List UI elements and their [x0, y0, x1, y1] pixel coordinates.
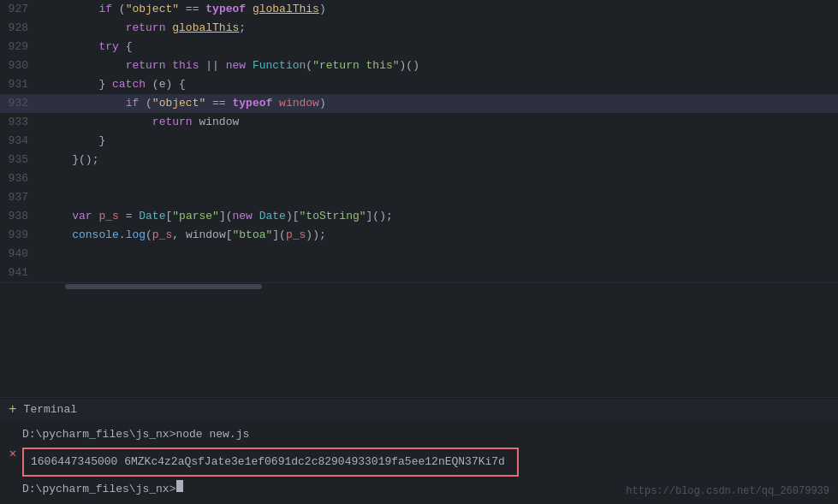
- editor-scrollbar[interactable]: [0, 282, 838, 289]
- code-token: }: [45, 134, 105, 147]
- code-token: ==: [205, 97, 232, 110]
- code-editor: 927 if ("object" == typeof globalThis)92…: [0, 0, 838, 397]
- table-row: 935 }();: [0, 151, 838, 169]
- code-token: globalThis: [172, 21, 239, 34]
- code-token: p_s: [286, 228, 306, 241]
- code-token: new: [233, 210, 253, 222]
- terminal-command-line: D:\pycharm_files\js_nx>node new.js: [22, 425, 829, 444]
- code-token: [45, 210, 72, 222]
- code-token: ==: [179, 3, 205, 15]
- code-token: ](: [272, 228, 286, 241]
- line-number: 935: [0, 151, 39, 169]
- code-token: ,: [172, 228, 186, 241]
- table-row: 930 return this || new Function("return …: [0, 56, 838, 75]
- code-token: globalThis: [253, 3, 319, 15]
- table-row: 940: [0, 245, 838, 264]
- code-token: {: [119, 40, 133, 53]
- line-number: 941: [0, 264, 39, 282]
- code-token: var: [72, 210, 92, 222]
- line-content: [39, 245, 838, 264]
- code-token: "toString": [300, 210, 366, 222]
- line-content: return globalThis;: [39, 19, 838, 38]
- code-token: Date: [259, 210, 286, 222]
- line-content: }: [39, 132, 838, 151]
- line-number: 939: [0, 226, 39, 245]
- code-token: ): [319, 97, 326, 110]
- code-token: ));: [306, 228, 325, 241]
- code-token: }: [45, 78, 112, 91]
- line-number: 940: [0, 245, 39, 264]
- code-token: window: [279, 97, 319, 110]
- code-token: ): [319, 3, 326, 15]
- code-token: ]();: [366, 210, 393, 222]
- code-token: ;: [239, 21, 246, 34]
- code-token: "return this": [312, 59, 399, 72]
- code-token: (e) {: [146, 78, 186, 91]
- scrollbar-thumb[interactable]: [65, 284, 262, 289]
- line-content: var p_s = Date["parse"](new Date)["toStr…: [39, 207, 838, 226]
- code-token: [45, 3, 98, 15]
- table-row: 932 if ("object" == typeof window): [0, 94, 838, 113]
- code-token: return: [126, 21, 166, 34]
- code-token: ();: [79, 153, 98, 166]
- code-token: (: [306, 59, 312, 72]
- line-number: 938: [0, 207, 39, 226]
- table-row: 938 var p_s = Date["parse"](new Date)["t…: [0, 207, 838, 226]
- terminal-section: + Terminal ⠀ ✕ D:\pycharm_files\js_nx>no…: [0, 397, 838, 504]
- line-content: console.log(p_s, window["btoa"](p_s));: [39, 226, 838, 245]
- code-token: return: [126, 59, 166, 72]
- code-token: [45, 21, 126, 34]
- terminal-header: + Terminal: [0, 398, 838, 420]
- code-token: if: [126, 97, 140, 110]
- line-content: [39, 188, 838, 207]
- table-row: 939 console.log(p_s, window["btoa"](p_s)…: [0, 226, 838, 245]
- terminal-command: D:\pycharm_files\js_nx>node new.js: [22, 425, 249, 444]
- line-content: return window: [39, 113, 838, 132]
- code-token: window: [199, 116, 239, 128]
- code-lines: 927 if ("object" == typeof globalThis)92…: [0, 0, 838, 282]
- terminal-add-icon[interactable]: +: [9, 402, 17, 418]
- line-content: [39, 264, 838, 282]
- table-row: 929 try {: [0, 38, 838, 56]
- code-token: [45, 116, 152, 128]
- code-token: log: [126, 228, 146, 241]
- code-token: [246, 3, 253, 15]
- table-row: 933 return window: [0, 113, 838, 132]
- code-token: }: [72, 153, 79, 166]
- code-token: typeof: [232, 97, 272, 110]
- code-token: ](: [219, 210, 233, 222]
- terminal-cursor: [176, 480, 183, 492]
- line-content: return this || new Function("return this…: [39, 56, 838, 75]
- code-token: window: [186, 228, 226, 241]
- code-token: return: [152, 116, 193, 128]
- terminal-prompt2: D:\pycharm_files\js_nx>: [22, 480, 175, 499]
- table-row: 936: [0, 169, 838, 188]
- code-token: [45, 153, 72, 166]
- terminal-output: 1606447345000 6MZKc4z2aQsfJate3e1ef0691d…: [22, 448, 519, 477]
- code-token: p_s: [98, 210, 118, 222]
- code-token: Date: [139, 210, 165, 222]
- code-token: [45, 40, 98, 53]
- code-token: "btoa": [233, 228, 273, 241]
- code-token: .: [119, 228, 126, 241]
- code-token: [246, 59, 253, 72]
- code-token: p_s: [152, 228, 172, 241]
- code-token: catch: [112, 78, 146, 91]
- code-token: [: [226, 228, 233, 241]
- line-number: 936: [0, 169, 39, 188]
- line-content: }();: [39, 151, 838, 169]
- terminal-label: Terminal: [24, 403, 77, 416]
- code-token: ||: [199, 59, 225, 72]
- table-row: 928 return globalThis;: [0, 19, 838, 38]
- line-number: 929: [0, 38, 39, 56]
- code-token: "object": [152, 97, 205, 110]
- line-number: 931: [0, 75, 39, 94]
- line-number: 937: [0, 188, 39, 207]
- watermark: https://blog.csdn.net/qq_26079939: [626, 485, 829, 497]
- line-number: 930: [0, 56, 39, 75]
- line-number: 927: [0, 0, 39, 19]
- line-content: } catch (e) {: [39, 75, 838, 94]
- code-token: Function: [253, 59, 306, 72]
- code-token: [45, 59, 126, 72]
- line-content: [39, 169, 838, 188]
